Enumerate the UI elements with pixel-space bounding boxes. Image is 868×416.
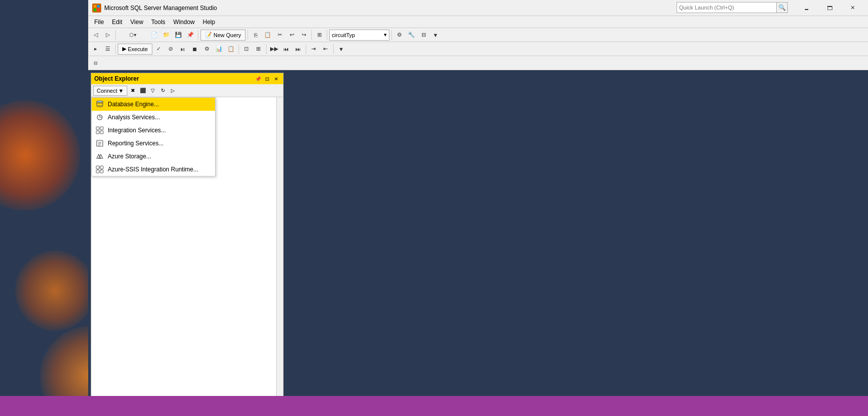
tb2-sep5 <box>333 44 334 54</box>
toolbar2-btn6[interactable]: ⚙ <box>201 44 212 55</box>
object-explorer-titlebar: Object Explorer 📌 ⊡ ✕ <box>91 73 283 84</box>
toolbar2-btn10[interactable]: ⊞ <box>253 44 264 55</box>
toolbar-undo-btn[interactable]: ↩ <box>286 30 297 41</box>
forward-button[interactable]: ▷ <box>102 30 113 41</box>
svg-rect-18 <box>100 166 103 169</box>
toolbar2-btn7[interactable]: 📊 <box>213 44 225 55</box>
svg-rect-1 <box>97 5 100 8</box>
execute-label: Execute <box>128 46 148 52</box>
menu-tools[interactable]: Tools <box>147 17 169 28</box>
dropdown-item-database-engine[interactable]: Database Engine... <box>92 98 215 111</box>
svg-rect-9 <box>96 127 99 130</box>
maximize-button[interactable]: 🗖 <box>818 0 841 16</box>
oe-toolbar: Connect ▼ ✖ ⬛ ▽ ↻ ▷ <box>91 84 283 97</box>
connect-arrow-icon: ▼ <box>118 88 124 94</box>
toolbar-cut-btn[interactable]: ✂ <box>274 30 285 41</box>
new-query-button[interactable]: 📝 New Query <box>200 30 246 41</box>
oe-next-btn[interactable]: ▷ <box>168 86 177 95</box>
connect-button[interactable]: Connect ▼ <box>93 86 127 96</box>
object-explorer-title: Object Explorer <box>94 75 139 82</box>
oe-refresh-btn[interactable]: ↻ <box>158 86 167 95</box>
dropdown-item-azure-storage[interactable]: Azure Storage... <box>92 150 215 163</box>
object-explorer-panel: Object Explorer 📌 ⊡ ✕ Connect ▼ ✖ ⬛ ▽ ↻ … <box>91 73 284 402</box>
toolbar2-check-btn[interactable]: ✓ <box>153 44 164 55</box>
window-controls: 🗕 🗖 ✕ <box>795 0 864 16</box>
db-engine-icon <box>96 100 104 108</box>
toolbar-btn-5[interactable]: 📌 <box>185 30 196 41</box>
close-button[interactable]: ✕ <box>841 0 864 16</box>
app-icon <box>92 4 101 13</box>
dropdown-azure-ssis-label: Azure-SSIS Integration Runtime... <box>108 166 198 173</box>
toolbar2-btn4[interactable]: ⏯ <box>177 44 188 55</box>
toolbar-separator-3 <box>248 30 248 40</box>
dropdown-item-azure-ssis[interactable]: Azure-SSIS Integration Runtime... <box>92 163 215 176</box>
database-dropdown-value: circuitTyp <box>332 32 355 38</box>
svg-rect-19 <box>96 170 99 173</box>
toolbar2-btn8[interactable]: 📋 <box>226 44 237 55</box>
oe-title-controls: 📌 ⊡ ✕ <box>254 75 280 83</box>
toolbar-btn-1[interactable]: ⬡▾ <box>118 30 148 41</box>
svg-point-6 <box>97 103 103 104</box>
svg-rect-3 <box>97 9 100 11</box>
toolbar-expand-btn[interactable]: ▼ <box>430 30 441 41</box>
menu-edit[interactable]: Edit <box>108 17 126 28</box>
dropdown-item-integration-services[interactable]: Integration Services... <box>92 124 215 137</box>
menu-file[interactable]: File <box>90 17 108 28</box>
toolbar2-outdent-btn[interactable]: ⇤ <box>320 44 331 55</box>
toolbar2-btn2[interactable]: ☰ <box>102 44 113 55</box>
toolbar2-btn1[interactable]: ▸ <box>90 44 101 55</box>
dropdown-item-reporting-services[interactable]: Reporting Services... <box>92 137 215 150</box>
toolbar2-down-btn[interactable]: ▼ <box>336 44 347 55</box>
toolbar-separator-5 <box>327 30 327 40</box>
toolbar-redo-btn[interactable]: ↪ <box>298 30 309 41</box>
third-toolbar: ⊟ <box>88 56 868 70</box>
tb2-sep2 <box>239 44 239 54</box>
bokeh-decoration-2 <box>15 251 95 331</box>
toolbar-debug-btn[interactable]: 🔧 <box>406 30 417 41</box>
oe-pin-button[interactable]: 📌 <box>254 75 262 83</box>
toolbar-settings-btn[interactable]: ⚙ <box>394 30 405 41</box>
toolbar-grid-btn[interactable]: ⊟ <box>418 30 429 41</box>
toolbar2-indent-btn[interactable]: ⇥ <box>308 44 319 55</box>
toolbar-separator-4 <box>311 30 312 40</box>
toolbar2-btn9[interactable]: ⊡ <box>241 44 252 55</box>
database-dropdown[interactable]: circuitTyp ▾ <box>329 30 389 41</box>
toolbar-btn-4[interactable]: 💾 <box>173 30 184 41</box>
oe-scrollbar[interactable] <box>276 97 283 402</box>
title-bar: Microsoft SQL Server Management Studio 🔍… <box>88 0 868 16</box>
oe-float-button[interactable]: ⊡ <box>263 75 271 83</box>
toolbar2-btn5[interactable]: ⏹ <box>189 44 200 55</box>
dropdown-analysis-label: Analysis Services... <box>108 114 160 121</box>
toolbar-btn-3[interactable]: 📁 <box>161 30 172 41</box>
main-toolbar: ◁ ▷ ⬡▾ 📄 📁 💾 📌 📝 New Query ⎘ 📋 ✂ ↩ ↪ ⊞ c… <box>88 28 868 42</box>
dropdown-azure-storage-label: Azure Storage... <box>108 153 151 160</box>
menu-view[interactable]: View <box>126 17 147 28</box>
dropdown-reporting-label: Reporting Services... <box>108 140 163 147</box>
toolbar3-btn1[interactable]: ⊟ <box>90 58 101 69</box>
ssms-window: Microsoft SQL Server Management Studio 🔍… <box>88 0 868 416</box>
quick-launch-input[interactable] <box>677 2 777 13</box>
toolbar2-btn11[interactable]: ▶▶ <box>269 44 280 55</box>
toolbar2-btn12[interactable]: ⏮ <box>281 44 292 55</box>
svg-rect-10 <box>100 127 103 130</box>
dropdown-item-analysis-services[interactable]: Analysis Services... <box>92 111 215 124</box>
toolbar-paste-btn[interactable]: 📋 <box>262 30 273 41</box>
oe-disconnect-btn[interactable]: ✖ <box>128 86 137 95</box>
toolbar2-btn3[interactable]: ⊘ <box>165 44 176 55</box>
menu-help[interactable]: Help <box>199 17 220 28</box>
connect-label: Connect <box>97 88 117 94</box>
analysis-services-icon <box>96 113 104 121</box>
execute-button[interactable]: ▶ Execute <box>118 44 152 55</box>
back-button[interactable]: ◁ <box>90 30 101 41</box>
toolbar-copy-btn[interactable]: ⎘ <box>250 30 261 41</box>
toolbar2-btn13[interactable]: ⏭ <box>293 44 304 55</box>
oe-close-button[interactable]: ✕ <box>272 75 280 83</box>
toolbar-btn-extra[interactable]: ⊞ <box>314 30 325 41</box>
svg-rect-17 <box>96 166 99 169</box>
oe-filter-btn[interactable]: ▽ <box>148 86 157 95</box>
toolbar-btn-2[interactable]: 📄 <box>149 30 160 41</box>
quick-launch-search-icon: 🔍 <box>777 2 788 13</box>
oe-refresh-stop-btn[interactable]: ⬛ <box>138 86 147 95</box>
minimize-button[interactable]: 🗕 <box>795 0 818 16</box>
menu-window[interactable]: Window <box>169 17 199 28</box>
